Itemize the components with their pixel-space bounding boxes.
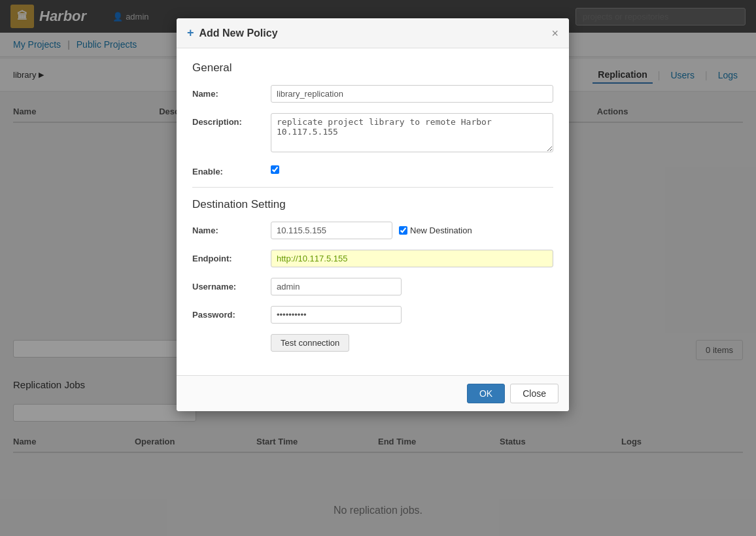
username-label: Username: — [192, 278, 271, 292]
username-input[interactable] — [271, 278, 402, 295]
destination-section: Destination Setting Name: New Destinatio… — [192, 198, 553, 352]
name-form-group: Name: — [192, 85, 553, 103]
add-policy-modal: + Add New Policy × General Name: Descrip… — [177, 18, 569, 411]
description-input[interactable]: replicate project library to remote Harb… — [271, 113, 553, 152]
username-form-group: Username: — [192, 278, 553, 295]
endpoint-input[interactable] — [271, 250, 553, 267]
password-input[interactable] — [271, 306, 402, 324]
new-destination-checkbox[interactable] — [399, 226, 407, 235]
enable-checkbox[interactable] — [271, 165, 279, 174]
close-button[interactable]: Close — [510, 384, 558, 403]
test-connection-button[interactable]: Test connection — [271, 334, 349, 352]
modal-footer: OK Close — [177, 375, 569, 411]
dest-name-form-group: Name: New Destination — [192, 222, 553, 239]
name-label: Name: — [192, 85, 271, 99]
dest-name-label: Name: — [192, 222, 271, 235]
new-destination-text: New Destination — [410, 226, 472, 235]
destination-name-row: New Destination — [271, 222, 472, 239]
enable-label: Enable: — [192, 163, 271, 176]
plus-icon: + — [187, 26, 194, 40]
policy-name-input[interactable] — [271, 85, 553, 103]
modal-close-button[interactable]: × — [551, 27, 558, 39]
enable-checkbox-wrapper — [271, 163, 279, 174]
test-connection-spacer — [192, 334, 271, 338]
password-form-group: Password: — [192, 306, 553, 324]
destination-heading: Destination Setting — [192, 198, 553, 211]
ok-button[interactable]: OK — [467, 384, 505, 403]
modal-title: + Add New Policy — [187, 26, 278, 40]
description-form-group: Description: replicate project library t… — [192, 113, 553, 152]
test-connection-group: Test connection — [192, 334, 553, 352]
description-label: Description: — [192, 113, 271, 127]
general-heading: General — [192, 61, 553, 75]
general-section: General Name: Description: replicate pro… — [192, 61, 553, 176]
enable-form-group: Enable: — [192, 163, 553, 176]
modal-header: + Add New Policy × — [177, 18, 569, 48]
modal-title-text: Add New Policy — [199, 27, 278, 39]
new-destination-label[interactable]: New Destination — [399, 226, 472, 235]
password-label: Password: — [192, 306, 271, 320]
modal-body: General Name: Description: replicate pro… — [177, 48, 569, 375]
destination-name-input[interactable] — [271, 222, 392, 239]
endpoint-label: Endpoint: — [192, 250, 271, 263]
endpoint-form-group: Endpoint: — [192, 250, 553, 267]
section-divider — [192, 187, 553, 188]
